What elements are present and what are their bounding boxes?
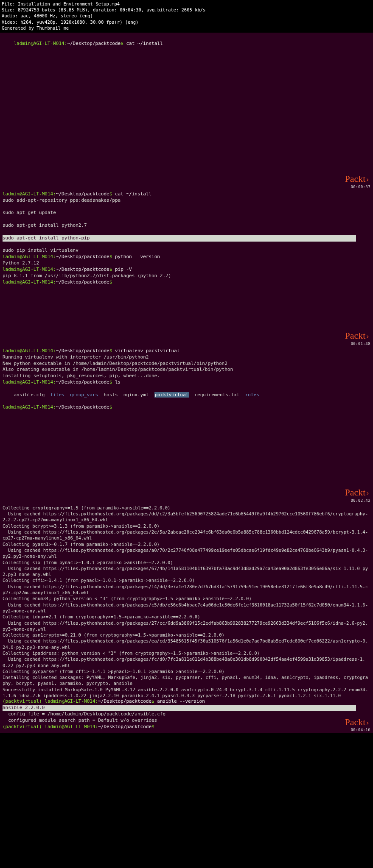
- ls-selected-dir: packtvirtual: [154, 392, 189, 398]
- ls-file: requirements.txt: [194, 392, 239, 398]
- timestamp: 00:02:42: [351, 498, 370, 503]
- packt-logo: Packt›: [345, 172, 370, 185]
- highlighted-line: sudo apt-get install python-pip: [3, 235, 356, 242]
- timestamp: 00:00:57: [351, 184, 370, 189]
- highlighted-version: ansible 2.2.0.0: [3, 705, 356, 711]
- ls-file: ansible.cfg: [14, 392, 45, 398]
- header-file: File: Installation and Environment Setup…: [2, 1, 371, 7]
- command-text: cat ~/install: [126, 41, 163, 46]
- output-line: configured module search path = Default …: [3, 718, 370, 724]
- venv-prompt: (packtvirtual) ladmin@AGI-LT-M014:: [3, 698, 98, 704]
- timestamp: 00:04:16: [351, 727, 370, 732]
- output-line: sudo apt-get install python2.7: [3, 223, 370, 229]
- header-generator: Generated by Thumbnail me: [2, 25, 371, 31]
- thumbnail-frame-1: ladmin@AGI-LT-M014:~/Desktop/packtcode$ …: [0, 33, 373, 189]
- output-line: sudo apt-get update: [3, 210, 370, 216]
- output-line: sudo pip install virtualenv: [3, 248, 370, 254]
- pip-output: Collecting cryptography>=1.5 (from param…: [3, 505, 370, 699]
- output-line: Also creating executable in /home/ladmin…: [3, 367, 370, 373]
- packt-logo: Packt›: [345, 716, 370, 729]
- prompt-user: ladmin@AGI-LT-M014:: [14, 41, 67, 46]
- prompt-symbol: $: [121, 41, 126, 46]
- output-line: Python 2.7.12: [3, 260, 370, 267]
- packt-logo: Packt›: [345, 329, 370, 342]
- output-line: Running virtualenv with interpreter /usr…: [3, 354, 370, 361]
- ls-dir: group_vars: [70, 392, 98, 398]
- output-line: Installing setuptools, pkg_resources, pi…: [3, 373, 370, 379]
- ls-file: nginx.yml: [123, 392, 149, 398]
- thumbnail-frame-2: ladmin@AGI-LT-M014:~/Desktop/packtcode$ …: [0, 189, 373, 346]
- header-audio: Audio: aac, 48000 Hz, stereo (eng): [2, 13, 371, 19]
- video-metadata-header: File: Installation and Environment Setup…: [0, 0, 373, 33]
- timestamp: 00:01:48: [351, 341, 370, 346]
- ls-output: ansible.cfg files group_vars hosts nginx…: [3, 386, 370, 405]
- header-size: Size: 87924759 bytes (83.85 MiB), durati…: [2, 7, 371, 13]
- header-video: Video: h264, yuv420p, 1920x1080, 30.00 f…: [2, 19, 371, 25]
- ls-dir: files: [50, 392, 65, 398]
- terminal-line: ladmin@AGI-LT-M014:~/Desktop/packtcode$ …: [3, 34, 370, 53]
- thumbnail-frame-4: Collecting cryptography>=1.5 (from param…: [0, 503, 373, 733]
- venv-prompt: (packtvirtual) ladmin@AGI-LT-M014:: [3, 724, 98, 729]
- thumbnail-frame-3: ladmin@AGI-LT-M014:~/Desktop/packtcode$ …: [0, 346, 373, 503]
- output-line: config file = /home/ladmin/Desktop/packt…: [3, 711, 370, 718]
- ls-file: hosts: [104, 392, 118, 398]
- packt-logo: Packt›: [345, 486, 370, 499]
- output-line: pip 8.1.1 from /usr/lib/python2.7/dist-p…: [3, 273, 370, 279]
- output-line: sudo add-apt-repository ppa:deadsnakes/p…: [3, 198, 370, 204]
- output-line: New python executable in /home/ladmin/De…: [3, 361, 370, 367]
- ls-dir: roles: [245, 392, 259, 398]
- prompt-path: ~/Desktop/packtcode: [67, 41, 121, 46]
